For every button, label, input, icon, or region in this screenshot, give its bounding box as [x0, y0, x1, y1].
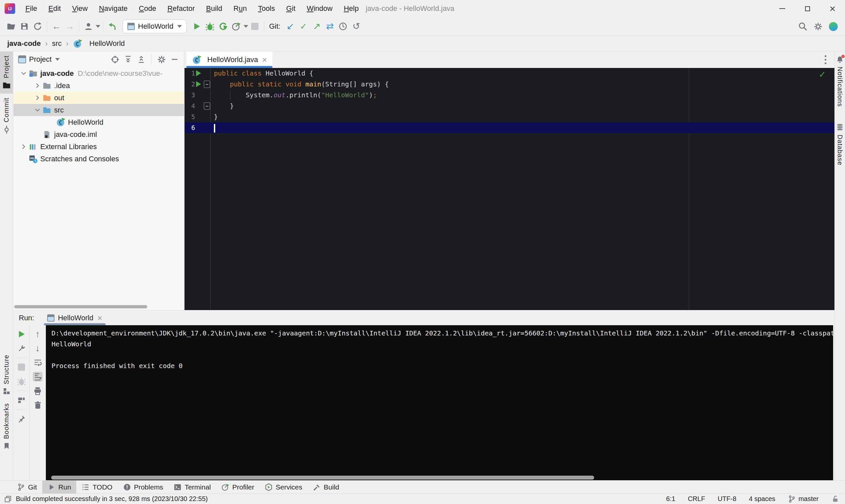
project-panel-title[interactable]: Project — [29, 55, 52, 64]
rollback-icon[interactable] — [106, 20, 119, 33]
chevron-down-icon[interactable] — [19, 70, 28, 76]
forward-icon[interactable]: → — [63, 20, 76, 33]
stop-button-icon[interactable] — [248, 20, 261, 33]
minimize-button[interactable] — [770, 0, 795, 17]
panel-options-gear-icon[interactable] — [156, 53, 168, 65]
pin-tab-icon[interactable] — [17, 414, 27, 424]
caret-position[interactable]: 6:1 — [666, 495, 675, 503]
breadcrumb-item-HelloWorld[interactable]: HelloWorld — [89, 39, 125, 48]
code-line-3[interactable]: 3 System.out.println("HelloWorld"); — [184, 90, 834, 101]
tool-window-button-git[interactable]: Git — [12, 481, 42, 493]
console-horizontal-scrollbar[interactable] — [51, 475, 594, 480]
status-message[interactable]: Build completed successfully in 3 sec, 9… — [16, 495, 208, 503]
debug-button-icon[interactable] — [203, 20, 216, 33]
editor-options-kebab-icon[interactable] — [821, 54, 830, 65]
restart-debug-icon[interactable] — [17, 376, 27, 386]
menu-git[interactable]: Git — [281, 4, 301, 13]
menu-edit[interactable]: Edit — [42, 4, 66, 13]
run-button-icon[interactable] — [190, 20, 203, 33]
undo-icon[interactable]: ↺ — [350, 20, 363, 33]
close-button[interactable]: × — [820, 0, 845, 17]
chevron-down-icon[interactable] — [33, 107, 42, 113]
tree-item-src[interactable]: src — [14, 104, 184, 116]
rerun-icon[interactable] — [17, 329, 27, 339]
tool-window-button-services[interactable]: Services — [260, 481, 307, 493]
menu-window[interactable]: Window — [301, 4, 338, 13]
project-view-dropdown-icon[interactable] — [55, 58, 60, 61]
next-occurrence-icon[interactable]: ↓ — [33, 343, 42, 353]
git-push-icon[interactable]: ↗ — [310, 20, 323, 33]
profiler-button-icon[interactable] — [230, 20, 243, 33]
indent-setting[interactable]: 4 spaces — [749, 495, 775, 503]
menu-view[interactable]: View — [66, 4, 93, 13]
collapse-all-icon[interactable] — [135, 53, 147, 65]
tree-item-.idea[interactable]: .idea — [14, 79, 184, 92]
code-line-5[interactable]: 5} — [184, 111, 834, 122]
tool-window-button-profiler[interactable]: Profiler — [216, 481, 260, 493]
select-opened-file-icon[interactable] — [109, 53, 121, 65]
menu-code[interactable]: Code — [133, 4, 162, 13]
menu-navigate[interactable]: Navigate — [93, 4, 133, 13]
user-dropdown-icon[interactable] — [96, 25, 100, 28]
menu-tools[interactable]: Tools — [252, 4, 281, 13]
prev-occurrence-icon[interactable]: ↑ — [33, 329, 42, 339]
tree-item-external-libraries[interactable]: External Libraries — [14, 141, 184, 153]
tree-item-scratches-and-consoles[interactable]: Scratches and Consoles — [14, 153, 184, 165]
project-horizontal-scrollbar[interactable] — [14, 305, 147, 308]
tree-item-java-code.iml[interactable]: java-code.iml — [14, 128, 184, 141]
run-tab-helloworld[interactable]: HelloWorld × — [42, 310, 107, 326]
breadcrumb-item-src[interactable]: src — [52, 39, 62, 48]
settings-gear-icon[interactable] — [811, 20, 825, 33]
tool-stripe-button-notifications[interactable]: Notifications — [835, 52, 845, 111]
tool-window-button-problems[interactable]: Problems — [118, 481, 169, 493]
expand-all-icon[interactable] — [122, 53, 134, 65]
code-line-6[interactable]: 6 — [184, 122, 834, 133]
back-icon[interactable]: ← — [50, 20, 63, 33]
git-compare-icon[interactable]: ⇄ — [323, 20, 336, 33]
tool-stripe-button-database[interactable]: Database — [835, 120, 845, 169]
tab-close-icon[interactable]: × — [262, 55, 267, 64]
background-tasks-icon[interactable] — [4, 495, 12, 503]
run-configuration-select[interactable]: HelloWorld — [122, 19, 187, 33]
tool-stripe-button-structure[interactable]: Structure — [0, 350, 13, 399]
history-icon[interactable] — [336, 20, 350, 33]
user-icon[interactable] — [82, 20, 95, 33]
file-encoding[interactable]: UTF-8 — [718, 495, 736, 503]
code-line-2[interactable]: 2 public static void main(String[] args)… — [184, 79, 834, 90]
menu-build[interactable]: Build — [200, 4, 228, 13]
menu-run[interactable]: Run — [228, 4, 252, 13]
tool-window-button-run[interactable]: Run — [42, 481, 76, 493]
chevron-right-icon[interactable] — [19, 143, 28, 150]
code-line-4[interactable]: 4 } — [184, 101, 834, 111]
run-gutter-icon[interactable] — [196, 70, 201, 76]
print-icon[interactable] — [33, 386, 42, 396]
tree-item-java-code[interactable]: java-codeD:\code\new-course3\vue- — [14, 67, 184, 79]
git-commit-check-icon[interactable]: ✓ — [297, 20, 310, 33]
run-console-output[interactable]: D:\development_environment\JDK\jdk_17.0.… — [46, 325, 833, 480]
sync-icon[interactable] — [31, 20, 44, 33]
fold-marker-icon[interactable] — [204, 80, 210, 88]
line-separator[interactable]: CRLF — [688, 495, 705, 503]
ide-update-icon[interactable] — [827, 20, 840, 33]
tool-stripe-button-project[interactable]: Project — [0, 52, 13, 94]
breadcrumb-item-java-code[interactable]: java-code — [7, 39, 41, 48]
maximize-button[interactable] — [795, 0, 820, 17]
edit-configuration-wrench-icon[interactable] — [17, 343, 27, 353]
git-update-icon[interactable]: ↙ — [284, 20, 297, 33]
soft-wrap-icon[interactable] — [33, 358, 42, 367]
save-all-icon[interactable] — [18, 20, 31, 33]
chevron-right-icon[interactable] — [33, 95, 42, 101]
hide-panel-icon[interactable] — [169, 53, 180, 65]
search-icon[interactable] — [796, 20, 809, 33]
coverage-button-icon[interactable] — [216, 20, 230, 33]
git-branch-widget[interactable]: master — [788, 495, 818, 503]
run-gutter-icon[interactable] — [196, 81, 201, 87]
open-icon[interactable] — [5, 20, 18, 33]
clear-console-icon[interactable] — [33, 400, 42, 410]
chevron-right-icon[interactable] — [33, 83, 42, 89]
editor-tab-helloworld[interactable]: C HelloWorld.java × — [187, 52, 272, 68]
tree-item-helloworld[interactable]: CHelloWorld — [14, 116, 184, 128]
stop-icon[interactable] — [17, 362, 27, 372]
menu-refactor[interactable]: Refactor — [162, 4, 200, 13]
menu-file[interactable]: File — [20, 4, 42, 13]
